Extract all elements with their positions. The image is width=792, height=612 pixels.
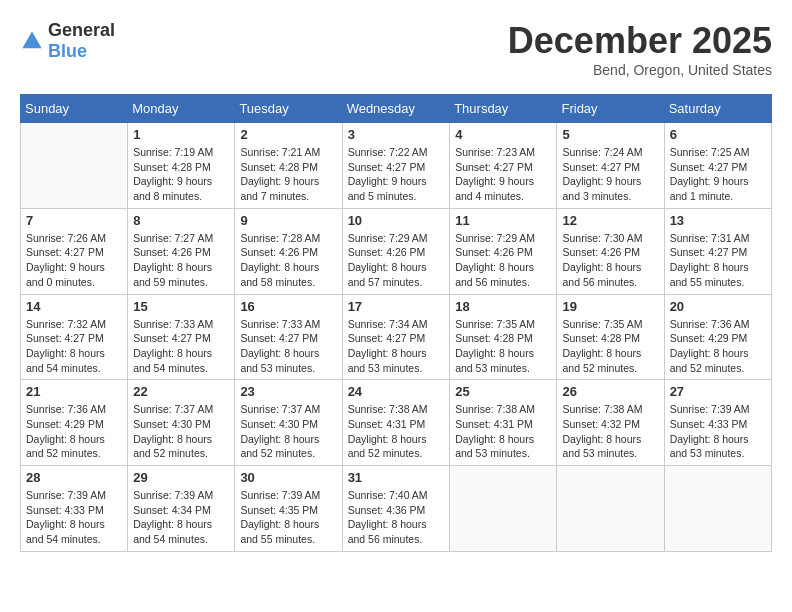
calendar-cell (21, 123, 128, 209)
calendar-cell: 15Sunrise: 7:33 AMSunset: 4:27 PMDayligh… (128, 294, 235, 380)
calendar-cell: 27Sunrise: 7:39 AMSunset: 4:33 PMDayligh… (664, 380, 771, 466)
day-info: Sunrise: 7:24 AMSunset: 4:27 PMDaylight:… (562, 145, 658, 204)
calendar-cell: 31Sunrise: 7:40 AMSunset: 4:36 PMDayligh… (342, 466, 450, 552)
day-info: Sunrise: 7:34 AMSunset: 4:27 PMDaylight:… (348, 317, 445, 376)
logo-icon (20, 29, 44, 53)
day-info: Sunrise: 7:39 AMSunset: 4:33 PMDaylight:… (26, 488, 122, 547)
day-info: Sunrise: 7:27 AMSunset: 4:26 PMDaylight:… (133, 231, 229, 290)
calendar-table: SundayMondayTuesdayWednesdayThursdayFrid… (20, 94, 772, 552)
calendar-cell: 30Sunrise: 7:39 AMSunset: 4:35 PMDayligh… (235, 466, 342, 552)
day-number: 7 (26, 213, 122, 228)
logo-text-blue: Blue (48, 41, 87, 61)
title-area: December 2025 Bend, Oregon, United State… (508, 20, 772, 78)
day-number: 6 (670, 127, 766, 142)
day-number: 4 (455, 127, 551, 142)
col-header-wednesday: Wednesday (342, 95, 450, 123)
day-info: Sunrise: 7:33 AMSunset: 4:27 PMDaylight:… (133, 317, 229, 376)
day-number: 3 (348, 127, 445, 142)
calendar-cell: 29Sunrise: 7:39 AMSunset: 4:34 PMDayligh… (128, 466, 235, 552)
calendar-cell: 23Sunrise: 7:37 AMSunset: 4:30 PMDayligh… (235, 380, 342, 466)
page-header: General Blue December 2025 Bend, Oregon,… (20, 20, 772, 78)
calendar-cell: 28Sunrise: 7:39 AMSunset: 4:33 PMDayligh… (21, 466, 128, 552)
calendar-cell: 25Sunrise: 7:38 AMSunset: 4:31 PMDayligh… (450, 380, 557, 466)
day-info: Sunrise: 7:28 AMSunset: 4:26 PMDaylight:… (240, 231, 336, 290)
day-info: Sunrise: 7:38 AMSunset: 4:31 PMDaylight:… (348, 402, 445, 461)
col-header-thursday: Thursday (450, 95, 557, 123)
day-info: Sunrise: 7:39 AMSunset: 4:34 PMDaylight:… (133, 488, 229, 547)
calendar-cell: 26Sunrise: 7:38 AMSunset: 4:32 PMDayligh… (557, 380, 664, 466)
day-number: 31 (348, 470, 445, 485)
day-info: Sunrise: 7:39 AMSunset: 4:35 PMDaylight:… (240, 488, 336, 547)
day-info: Sunrise: 7:31 AMSunset: 4:27 PMDaylight:… (670, 231, 766, 290)
day-info: Sunrise: 7:19 AMSunset: 4:28 PMDaylight:… (133, 145, 229, 204)
day-number: 15 (133, 299, 229, 314)
calendar-cell: 21Sunrise: 7:36 AMSunset: 4:29 PMDayligh… (21, 380, 128, 466)
col-header-friday: Friday (557, 95, 664, 123)
day-number: 9 (240, 213, 336, 228)
day-info: Sunrise: 7:38 AMSunset: 4:31 PMDaylight:… (455, 402, 551, 461)
day-number: 16 (240, 299, 336, 314)
logo-text-general: General (48, 20, 115, 40)
col-header-sunday: Sunday (21, 95, 128, 123)
calendar-cell: 6Sunrise: 7:25 AMSunset: 4:27 PMDaylight… (664, 123, 771, 209)
day-number: 29 (133, 470, 229, 485)
day-info: Sunrise: 7:25 AMSunset: 4:27 PMDaylight:… (670, 145, 766, 204)
svg-marker-0 (22, 31, 41, 48)
calendar-cell: 17Sunrise: 7:34 AMSunset: 4:27 PMDayligh… (342, 294, 450, 380)
day-number: 25 (455, 384, 551, 399)
day-number: 1 (133, 127, 229, 142)
day-number: 20 (670, 299, 766, 314)
calendar-cell: 16Sunrise: 7:33 AMSunset: 4:27 PMDayligh… (235, 294, 342, 380)
col-header-tuesday: Tuesday (235, 95, 342, 123)
calendar-cell: 10Sunrise: 7:29 AMSunset: 4:26 PMDayligh… (342, 208, 450, 294)
day-number: 24 (348, 384, 445, 399)
day-info: Sunrise: 7:36 AMSunset: 4:29 PMDaylight:… (26, 402, 122, 461)
day-info: Sunrise: 7:35 AMSunset: 4:28 PMDaylight:… (562, 317, 658, 376)
calendar-cell: 11Sunrise: 7:29 AMSunset: 4:26 PMDayligh… (450, 208, 557, 294)
day-info: Sunrise: 7:37 AMSunset: 4:30 PMDaylight:… (133, 402, 229, 461)
calendar-cell (664, 466, 771, 552)
calendar-cell: 2Sunrise: 7:21 AMSunset: 4:28 PMDaylight… (235, 123, 342, 209)
day-info: Sunrise: 7:39 AMSunset: 4:33 PMDaylight:… (670, 402, 766, 461)
calendar-cell: 22Sunrise: 7:37 AMSunset: 4:30 PMDayligh… (128, 380, 235, 466)
calendar-cell: 12Sunrise: 7:30 AMSunset: 4:26 PMDayligh… (557, 208, 664, 294)
day-number: 30 (240, 470, 336, 485)
day-number: 11 (455, 213, 551, 228)
day-number: 26 (562, 384, 658, 399)
day-info: Sunrise: 7:29 AMSunset: 4:26 PMDaylight:… (455, 231, 551, 290)
calendar-cell: 24Sunrise: 7:38 AMSunset: 4:31 PMDayligh… (342, 380, 450, 466)
day-number: 8 (133, 213, 229, 228)
day-info: Sunrise: 7:37 AMSunset: 4:30 PMDaylight:… (240, 402, 336, 461)
calendar-cell: 13Sunrise: 7:31 AMSunset: 4:27 PMDayligh… (664, 208, 771, 294)
calendar-cell (450, 466, 557, 552)
day-info: Sunrise: 7:32 AMSunset: 4:27 PMDaylight:… (26, 317, 122, 376)
location: Bend, Oregon, United States (508, 62, 772, 78)
day-number: 17 (348, 299, 445, 314)
day-number: 5 (562, 127, 658, 142)
calendar-cell: 7Sunrise: 7:26 AMSunset: 4:27 PMDaylight… (21, 208, 128, 294)
day-info: Sunrise: 7:26 AMSunset: 4:27 PMDaylight:… (26, 231, 122, 290)
day-info: Sunrise: 7:38 AMSunset: 4:32 PMDaylight:… (562, 402, 658, 461)
day-number: 23 (240, 384, 336, 399)
calendar-cell: 20Sunrise: 7:36 AMSunset: 4:29 PMDayligh… (664, 294, 771, 380)
day-number: 19 (562, 299, 658, 314)
day-number: 2 (240, 127, 336, 142)
day-info: Sunrise: 7:33 AMSunset: 4:27 PMDaylight:… (240, 317, 336, 376)
calendar-cell: 5Sunrise: 7:24 AMSunset: 4:27 PMDaylight… (557, 123, 664, 209)
day-number: 13 (670, 213, 766, 228)
calendar-cell: 4Sunrise: 7:23 AMSunset: 4:27 PMDaylight… (450, 123, 557, 209)
col-header-saturday: Saturday (664, 95, 771, 123)
day-info: Sunrise: 7:29 AMSunset: 4:26 PMDaylight:… (348, 231, 445, 290)
day-info: Sunrise: 7:22 AMSunset: 4:27 PMDaylight:… (348, 145, 445, 204)
calendar-cell: 9Sunrise: 7:28 AMSunset: 4:26 PMDaylight… (235, 208, 342, 294)
calendar-cell: 1Sunrise: 7:19 AMSunset: 4:28 PMDaylight… (128, 123, 235, 209)
month-title: December 2025 (508, 20, 772, 62)
calendar-cell: 8Sunrise: 7:27 AMSunset: 4:26 PMDaylight… (128, 208, 235, 294)
calendar-cell: 14Sunrise: 7:32 AMSunset: 4:27 PMDayligh… (21, 294, 128, 380)
col-header-monday: Monday (128, 95, 235, 123)
day-number: 22 (133, 384, 229, 399)
day-info: Sunrise: 7:21 AMSunset: 4:28 PMDaylight:… (240, 145, 336, 204)
day-info: Sunrise: 7:30 AMSunset: 4:26 PMDaylight:… (562, 231, 658, 290)
day-info: Sunrise: 7:35 AMSunset: 4:28 PMDaylight:… (455, 317, 551, 376)
day-number: 14 (26, 299, 122, 314)
